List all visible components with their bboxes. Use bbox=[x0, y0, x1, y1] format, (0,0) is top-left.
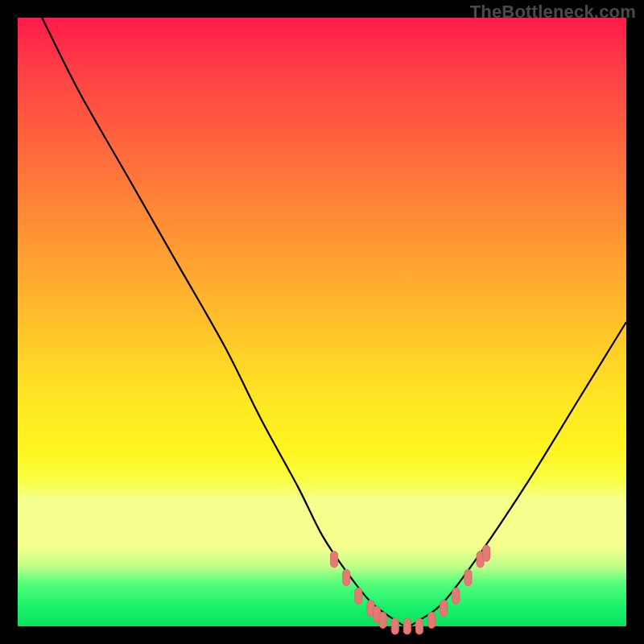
curve-marker bbox=[403, 618, 411, 634]
curve-marker bbox=[343, 570, 350, 586]
curve-marker bbox=[428, 612, 436, 628]
curve-marker bbox=[464, 570, 472, 586]
bottleneck-curve bbox=[42, 18, 626, 626]
curve-marker bbox=[379, 612, 386, 628]
curve-marker bbox=[391, 618, 398, 634]
curve-marker bbox=[440, 600, 448, 616]
watermark-text: TheBottleneck.com bbox=[470, 2, 636, 23]
curve-marker bbox=[355, 588, 362, 604]
chart-svg bbox=[18, 18, 626, 626]
curve-marker bbox=[331, 551, 338, 568]
curve-marker bbox=[452, 588, 460, 604]
chart-frame: TheBottleneck.com bbox=[0, 0, 644, 644]
curve-marker bbox=[415, 618, 423, 634]
curve-marker bbox=[483, 545, 490, 561]
marker-group bbox=[331, 545, 490, 634]
